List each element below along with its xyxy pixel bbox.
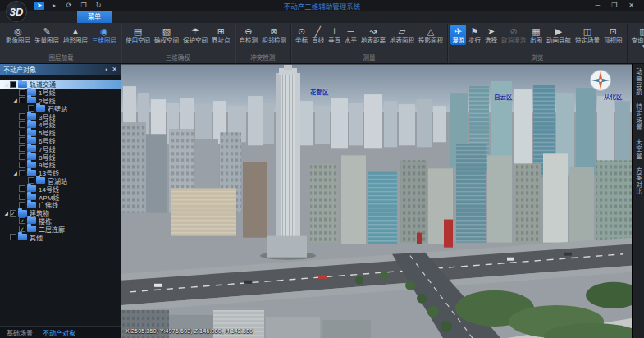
tree-checkbox[interactable]: [19, 89, 25, 96]
tree-node[interactable]: APM线: [0, 193, 121, 201]
tree-checkbox[interactable]: [19, 185, 25, 192]
tree-node[interactable]: 其他: [0, 233, 121, 241]
tree-checkbox[interactable]: [19, 202, 25, 208]
tree-checkbox[interactable]: [19, 97, 25, 103]
tree-node[interactable]: ◢✓建筑物: [0, 209, 121, 217]
btn-line-measure[interactable]: ╱直线: [310, 25, 326, 45]
tree-checkbox[interactable]: ✓: [19, 226, 25, 232]
btn-model-layer[interactable]: ◉三维图层: [90, 25, 118, 45]
tree-checkbox[interactable]: [10, 81, 16, 88]
tree-checkbox[interactable]: ✓: [10, 210, 16, 217]
btn-vertical-measure[interactable]: ⊥垂直: [327, 25, 342, 45]
btn-coordinate[interactable]: ⊙坐标: [294, 25, 309, 45]
btn-projection-area[interactable]: △投影面积: [417, 25, 445, 45]
ribbon-group-label: [630, 53, 644, 63]
self-check-icon: ⊖: [244, 25, 252, 37]
walk-icon: ⚑: [471, 25, 479, 37]
tree-node[interactable]: 石壁站: [0, 104, 121, 112]
close-icon[interactable]: ✕: [628, 1, 634, 11]
tree-checkbox[interactable]: [28, 105, 34, 112]
btn-select[interactable]: ➤选择: [483, 25, 499, 45]
expand-arrow-icon[interactable]: ◢: [2, 82, 10, 87]
map-viewport[interactable]: 花都区白云区从化区 X:2505.350, Y:4976.603, Z:146.…: [121, 64, 632, 338]
window-icon[interactable]: ❒: [79, 2, 89, 10]
tree-checkbox[interactable]: [28, 177, 34, 184]
tree-node[interactable]: ◢轨道交通: [0, 80, 121, 89]
tree-node[interactable]: 6号线: [0, 137, 121, 145]
tree-node[interactable]: 3号线: [0, 112, 121, 121]
protect-space-icon: ☂: [191, 25, 199, 37]
btn-export-map[interactable]: ▦出图: [528, 25, 544, 45]
btn-surface-area[interactable]: ▱地表面积: [388, 25, 416, 45]
btn-self-check[interactable]: ⊖自检测: [238, 25, 260, 45]
btn-cancel-roam[interactable]: ⊘取消漫游: [500, 25, 528, 45]
btn-query-statistics[interactable]: ▥查询统计▾: [630, 25, 644, 49]
tree-checkbox[interactable]: [19, 162, 25, 168]
btn-adjacent-check[interactable]: ⊠相邻检测: [260, 25, 288, 45]
btn-specific-scene[interactable]: ◫特定场景: [573, 25, 601, 45]
btn-vector-layer[interactable]: ✎矢量图层: [33, 25, 61, 45]
city-scene: [121, 65, 632, 338]
tree-checkbox[interactable]: ✓: [19, 217, 25, 224]
expand-arrow-icon[interactable]: ◢: [11, 171, 19, 176]
expand-arrow-icon[interactable]: ◢: [11, 98, 19, 103]
model-layer-icon: ◉: [100, 25, 108, 37]
tree-node[interactable]: 8号线: [0, 153, 121, 161]
btn-boundary-point[interactable]: ⊞界址点: [210, 25, 232, 45]
redo-icon[interactable]: ↻: [94, 2, 103, 10]
dock-tab-特定场景[interactable]: 特定场景: [633, 103, 644, 131]
coordinate-status: X:2505.350, Y:4976.603, Z:146.980, H:142…: [126, 328, 253, 334]
tree-checkbox[interactable]: [10, 234, 16, 240]
panel-close-icon[interactable]: ✕: [112, 65, 117, 75]
minimize-icon[interactable]: ─: [595, 1, 600, 11]
tree-node[interactable]: 1号线: [0, 89, 121, 97]
tree-checkbox[interactable]: [19, 170, 25, 176]
menu-tab[interactable]: 菜单: [77, 11, 112, 23]
btn-image-layer[interactable]: ◎影像图层: [4, 25, 32, 45]
tree-node[interactable]: 7号线: [0, 144, 121, 153]
pointer-icon[interactable]: ➤: [34, 2, 44, 10]
projection-area-icon: △: [427, 25, 434, 37]
ribbon-group-图层加载: ◎影像图层✎矢量图层▲地形图层◉三维图层图层加载: [2, 24, 121, 63]
dock-tab-动画导航[interactable]: 动画导航: [633, 68, 644, 96]
folder-icon: [27, 162, 36, 168]
panel-tab-基础场景[interactable]: 基础场景: [2, 328, 37, 337]
tree-node[interactable]: 9号线: [0, 161, 121, 169]
tree-checkbox[interactable]: [19, 145, 25, 152]
play-icon[interactable]: ▸: [49, 2, 59, 10]
btn-walk[interactable]: ⚑步行: [467, 25, 482, 45]
tree-node[interactable]: 官湖站: [0, 177, 121, 185]
tree-checkbox[interactable]: [19, 130, 25, 136]
panel-tab-不动产对象[interactable]: 不动产对象: [39, 328, 80, 337]
district-label: 花都区: [310, 87, 329, 96]
tree-node[interactable]: 5号线: [0, 129, 121, 137]
btn-use-space[interactable]: ▤使用空间: [124, 25, 152, 45]
tree-checkbox[interactable]: [19, 194, 25, 200]
btn-terrain-layer[interactable]: ▲地形图层: [62, 25, 89, 45]
ribbon-button-label: 水平: [345, 37, 357, 44]
dock-tab-天空盒[interactable]: 天空盒: [633, 139, 644, 160]
btn-top-view[interactable]: ⊡顶视图: [602, 25, 624, 45]
ribbon-buttons: ⊙坐标╱直线⊥垂直─水平↝地表距离▱地表面积△投影面积: [294, 25, 445, 53]
top-view-icon: ⊡: [610, 25, 617, 37]
tree-checkbox[interactable]: [19, 153, 25, 160]
tree-node[interactable]: 14号线: [0, 185, 121, 193]
tree-checkbox[interactable]: [19, 137, 25, 144]
compass[interactable]: [589, 69, 612, 92]
btn-roam[interactable]: ✈漫游: [450, 25, 466, 45]
pin-icon[interactable]: ▪: [105, 65, 107, 75]
btn-animation-nav[interactable]: ▶动画导航: [545, 25, 573, 45]
btn-surface-distance[interactable]: ↝地表距离: [359, 25, 387, 45]
dock-tab-方案对比[interactable]: 方案对比: [633, 167, 644, 195]
ribbon-button-label: 地形图层: [63, 37, 88, 44]
btn-confirm-right-space[interactable]: ▧确权空间: [153, 25, 180, 45]
tree-node[interactable]: 4号线: [0, 121, 121, 129]
folder-icon: [36, 177, 45, 184]
tree-checkbox[interactable]: [19, 121, 25, 128]
expand-arrow-icon[interactable]: ◢: [2, 211, 10, 216]
tree-checkbox[interactable]: [19, 113, 25, 120]
btn-protect-space[interactable]: ☂保护空间: [181, 25, 209, 45]
refresh-icon[interactable]: ⟳: [64, 2, 74, 10]
btn-horizontal-measure[interactable]: ─水平: [343, 25, 359, 45]
restore-icon[interactable]: ❐: [611, 1, 617, 11]
